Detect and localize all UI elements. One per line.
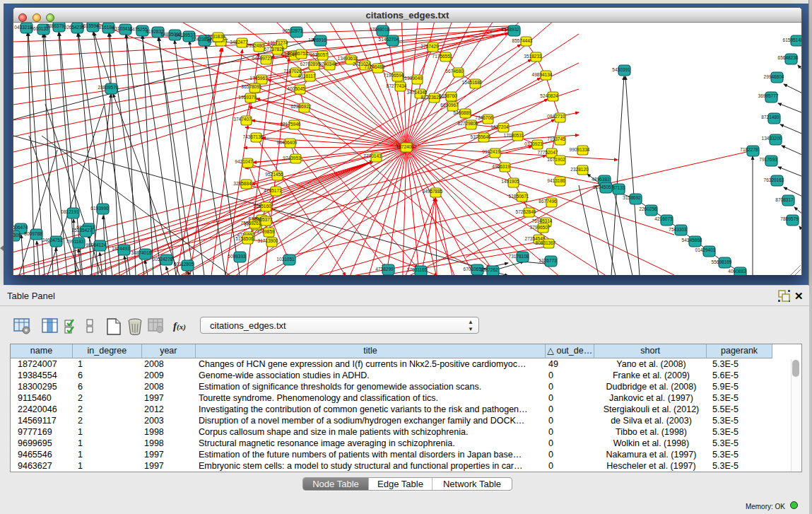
svg-text:13171274: 13171274 [268, 40, 288, 45]
svg-text:13433200: 13433200 [762, 136, 782, 141]
svg-text:34957885: 34957885 [423, 189, 443, 194]
svg-text:2328120: 2328120 [570, 167, 589, 172]
svg-text:04499727: 04499727 [252, 56, 273, 61]
svg-text:9636057: 9636057 [310, 52, 328, 57]
svg-text:3685160: 3685160 [253, 204, 271, 209]
svg-text:96405377: 96405377 [252, 217, 273, 222]
svg-text:62702895: 62702895 [300, 62, 321, 66]
svg-text:7917693: 7917693 [759, 157, 777, 162]
svg-text:85574443: 85574443 [512, 38, 533, 43]
svg-text:87277434: 87277434 [387, 83, 407, 88]
svg-text:86578091: 86578091 [242, 84, 262, 89]
svg-text:74367136: 74367136 [243, 134, 264, 139]
svg-text:34714345: 34714345 [407, 90, 428, 95]
svg-text:0330923: 0330923 [524, 141, 543, 146]
svg-text:4966319: 4966319 [492, 164, 510, 169]
svg-text:18724007: 18724007 [396, 144, 417, 149]
svg-text:37996507: 37996507 [530, 225, 551, 230]
svg-text:71906594: 71906594 [384, 73, 404, 78]
svg-text:17080531: 17080531 [504, 133, 524, 138]
svg-text:3285884: 3285884 [233, 181, 252, 186]
svg-text:9912419: 9912419 [482, 149, 500, 154]
svg-text:55886753: 55886753 [288, 51, 308, 56]
svg-text:65648236: 65648236 [778, 55, 799, 60]
svg-text:5466889: 5466889 [453, 110, 471, 115]
svg-text:1969379: 1969379 [238, 95, 257, 100]
svg-text:36995777: 36995777 [758, 93, 779, 98]
svg-text:99091334: 99091334 [570, 147, 590, 152]
svg-text:1824493: 1824493 [112, 246, 130, 251]
svg-text:8677496: 8677496 [539, 199, 557, 204]
svg-text:29946804: 29946804 [764, 74, 784, 79]
svg-text:6193990: 6193990 [90, 206, 109, 211]
svg-text:77752047: 77752047 [538, 150, 558, 155]
svg-text:54145868: 54145868 [682, 238, 702, 243]
svg-text:1491905: 1491905 [501, 179, 519, 184]
svg-text:53755646: 53755646 [471, 134, 491, 139]
svg-text:37631165: 37631165 [407, 267, 428, 272]
svg-text:5009788: 5009788 [24, 231, 42, 236]
svg-text:5674680: 5674680 [445, 69, 464, 74]
svg-text:5098393: 5098393 [228, 254, 246, 259]
svg-text:7187026: 7187026 [283, 69, 302, 74]
svg-text:71746488: 71746488 [365, 64, 385, 69]
svg-text:28809570: 28809570 [98, 85, 119, 90]
svg-text:6658760: 6658760 [439, 93, 457, 98]
svg-text:01429401: 01429401 [695, 247, 716, 252]
svg-text:34624751: 34624751 [42, 238, 63, 243]
svg-text:8148932: 8148932 [501, 27, 519, 32]
svg-text:98084124: 98084124 [86, 243, 107, 247]
svg-text:00524278: 00524278 [153, 257, 173, 262]
svg-text:62386922: 62386922 [291, 104, 312, 109]
svg-text:4745171: 4745171 [264, 188, 282, 193]
svg-text:4316117: 4316117 [298, 74, 316, 78]
svg-text:76320163: 76320163 [764, 177, 784, 182]
svg-text:9743953: 9743953 [283, 156, 301, 160]
svg-text:15451680: 15451680 [462, 80, 483, 85]
svg-text:7543303: 7543303 [669, 227, 687, 232]
svg-text:6204505: 6204505 [593, 185, 611, 189]
svg-text:61595148: 61595148 [783, 37, 801, 42]
svg-text:4005045: 4005045 [287, 86, 305, 91]
svg-text:4060883: 4060883 [728, 269, 746, 274]
svg-text:9421047: 9421047 [235, 159, 253, 164]
svg-text:51462704: 51462704 [379, 37, 399, 42]
svg-text:7991183: 7991183 [66, 239, 84, 244]
svg-text:1226916: 1226916 [308, 37, 326, 42]
svg-text:0812191: 0812191 [61, 209, 79, 214]
svg-text:1031051: 1031051 [276, 257, 295, 262]
svg-text:1671902: 1671902 [547, 157, 565, 162]
svg-text:3482477: 3482477 [230, 40, 248, 45]
svg-text:5158506: 5158506 [235, 236, 254, 241]
svg-text:2787429: 2787429 [420, 44, 439, 49]
svg-text:4738299: 4738299 [375, 267, 394, 271]
svg-text:7770143: 7770143 [363, 153, 382, 158]
svg-text:1326773: 1326773 [539, 258, 557, 263]
svg-text:3387262: 3387262 [480, 267, 498, 272]
svg-text:49894134: 49894134 [532, 72, 553, 77]
svg-text:62729806: 62729806 [458, 121, 478, 126]
svg-text:2260256: 2260256 [639, 206, 657, 211]
svg-text:3518233: 3518233 [524, 54, 542, 59]
svg-text:3158692: 3158692 [623, 195, 641, 200]
svg-text:9521456: 9521456 [265, 172, 283, 177]
svg-text:3747407: 3747407 [233, 117, 252, 122]
svg-text:1745961: 1745961 [249, 76, 268, 81]
svg-text:7346706: 7346706 [475, 115, 493, 120]
svg-text:5240824: 5240824 [540, 93, 558, 98]
svg-text:96532871: 96532871 [283, 28, 303, 33]
svg-text:4216073: 4216073 [654, 216, 673, 221]
svg-text:1399049: 1399049 [404, 76, 423, 81]
svg-text:25135427: 25135427 [72, 228, 93, 233]
svg-text:0932480: 0932480 [246, 43, 264, 48]
svg-text:5430391: 5430391 [612, 67, 630, 72]
svg-text:4896383: 4896383 [592, 177, 610, 182]
svg-text:0842710: 0842710 [547, 114, 565, 119]
svg-text:32931839: 32931839 [205, 34, 225, 39]
svg-text:71756551: 71756551 [433, 54, 453, 59]
svg-text:67737826: 67737826 [264, 47, 285, 52]
svg-text:8708317: 8708317 [775, 197, 794, 202]
svg-text:87234309: 87234309 [13, 233, 21, 238]
svg-text:73178108: 73178108 [509, 254, 529, 259]
svg-text:7193745: 7193745 [547, 136, 565, 141]
